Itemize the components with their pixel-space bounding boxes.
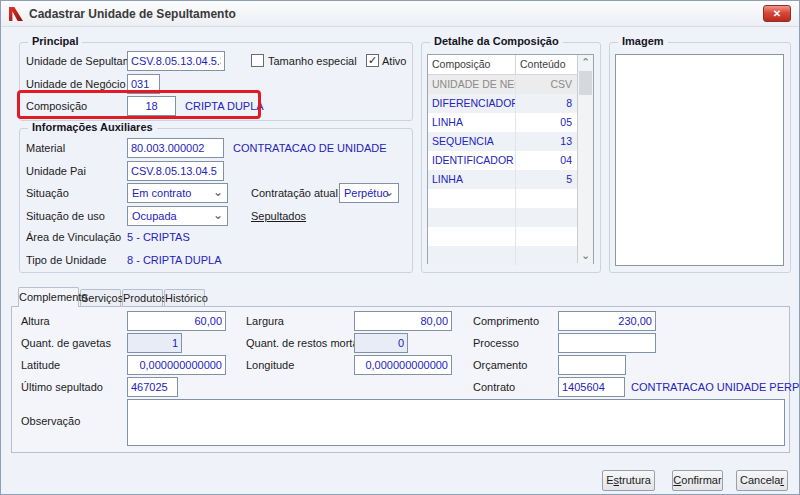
tipo-unidade-label: Tipo de Unidade (26, 250, 106, 270)
tab-produtos[interactable]: Produtos (122, 289, 163, 307)
tamanho-especial-label: Tamanho especial (268, 51, 357, 71)
area-vinculacao-value: 5 - CRIPTAS (127, 227, 190, 247)
ultimo-sepultado-field[interactable] (127, 377, 178, 397)
cancelar-button[interactable]: Cancelar (736, 470, 788, 491)
longitude-field[interactable] (354, 355, 452, 375)
largura-field[interactable] (354, 311, 452, 331)
chevron-down-icon: ⌄ (213, 206, 223, 224)
altura-label: Altura (21, 311, 50, 331)
ativo-label: Ativo (382, 51, 406, 71)
latitude-field[interactable] (127, 355, 226, 375)
dialog-window: Cadastrar Unidade de Sepultamento ✕ Prin… (0, 0, 800, 495)
app-icon (9, 7, 23, 21)
ativo-checkbox[interactable]: ✓ (366, 54, 379, 67)
confirmar-button[interactable]: Confirmar (672, 470, 723, 491)
material-description: CONTRATACAO DE UNIDADE (233, 138, 387, 158)
tipo-unidade-value: 8 - CRIPTA DUPLA (127, 250, 222, 270)
scroll-down-icon[interactable]: ⌄ (578, 248, 593, 263)
imagem-legend: Imagem (618, 35, 668, 47)
observacao-label: Observação (21, 411, 80, 431)
processo-label: Processo (473, 333, 519, 353)
table-row-empty (428, 189, 593, 208)
contratacao-atual-label: Contratação atual (251, 183, 338, 203)
orcamento-label: Orçamento (473, 355, 527, 375)
tab-complemento[interactable]: Complemento (18, 287, 79, 307)
table-row[interactable]: UNIDADE DE NEGOCIO CSV (428, 75, 593, 94)
table-row[interactable]: LINHA 5 (428, 170, 593, 189)
close-icon[interactable]: ✕ (763, 5, 791, 22)
situacao-uso-select[interactable]: Ocupada ⌄ (127, 206, 228, 226)
material-field[interactable] (127, 138, 224, 158)
area-vinculacao-label: Área de Vinculação (26, 227, 121, 247)
table-row[interactable]: DIFERENCIADOR 8 (428, 94, 593, 113)
table-scrollbar[interactable]: ⌃ ⌄ (577, 55, 593, 263)
quant-restos-label: Quant. de restos mortais (246, 333, 366, 353)
table-row-empty (428, 208, 593, 227)
contrato-label: Contrato (473, 377, 515, 397)
tab-historico[interactable]: Histórico (164, 289, 205, 307)
chevron-down-icon: ⌄ (384, 183, 394, 201)
altura-field[interactable] (127, 311, 226, 331)
quant-gavetas-field[interactable] (127, 333, 182, 353)
largura-label: Largura (246, 311, 284, 331)
contrato-description: CONTRATACAO UNIDADE PERPETUA (631, 377, 800, 397)
column-header-composicao[interactable]: Composição (428, 55, 515, 74)
unidade-negocio-label: Unidade de Negócio (26, 74, 126, 94)
table-row[interactable]: LINHA 05 (428, 113, 593, 132)
table-row-empty (428, 227, 593, 246)
situacao-uso-label: Situação de uso (26, 206, 105, 226)
column-header-conteudo[interactable]: Conteúdo (515, 55, 577, 74)
contratacao-atual-select[interactable]: Perpétuo ⌄ (339, 183, 399, 203)
composicao-detalhe-legend: Detalhe da Composição (430, 35, 563, 47)
ultimo-sepultado-label: Último sepultado (21, 377, 103, 397)
composicao-description: CRIPTA DUPLA (185, 96, 264, 116)
chevron-down-icon: ⌄ (213, 183, 223, 201)
scrollbar-thumb[interactable] (579, 71, 592, 95)
unidade-pai-label: Unidade Pai (26, 161, 86, 181)
composicao-field[interactable] (127, 96, 176, 116)
latitude-label: Latitude (21, 355, 60, 375)
tamanho-especial-checkbox[interactable] (251, 54, 264, 67)
table-row[interactable]: SEQUENCIA 13 (428, 132, 593, 151)
unidade-negocio-field[interactable] (127, 74, 160, 94)
comprimento-label: Comprimento (473, 311, 539, 331)
processo-field[interactable] (558, 333, 656, 353)
quant-restos-field[interactable] (354, 333, 408, 353)
title-bar: Cadastrar Unidade de Sepultamento ✕ (1, 1, 799, 27)
contrato-field[interactable] (558, 377, 625, 397)
sepultados-link[interactable]: Sepultados (251, 206, 306, 226)
material-label: Material (26, 138, 65, 158)
table-row[interactable]: IDENTIFICADOR 04 (428, 151, 593, 170)
principal-legend: Principal (28, 35, 82, 47)
composicao-label: Composição (26, 96, 87, 116)
estrutura-button[interactable]: Estrutura (602, 470, 655, 491)
table-header: Composição Conteúdo (428, 55, 593, 75)
situacao-label: Situação (26, 183, 69, 203)
comprimento-field[interactable] (558, 311, 656, 331)
composicao-table: Composição Conteúdo UNIDADE DE NEGOCIO C… (427, 54, 594, 264)
image-placeholder[interactable] (615, 54, 784, 266)
auxiliares-legend: Informações Auxiliares (28, 121, 157, 133)
window-title: Cadastrar Unidade de Sepultamento (29, 1, 236, 27)
unidade-sepultamento-field[interactable] (127, 51, 225, 71)
scroll-up-icon[interactable]: ⌃ (578, 55, 593, 70)
quant-gavetas-label: Quant. de gavetas (21, 333, 111, 353)
observacao-field[interactable] (127, 399, 785, 446)
situacao-select[interactable]: Em contrato ⌄ (127, 183, 228, 203)
unidade-pai-field[interactable] (127, 161, 224, 181)
orcamento-field[interactable] (558, 355, 626, 375)
longitude-label: Longitude (246, 355, 294, 375)
table-row-empty (428, 246, 593, 265)
